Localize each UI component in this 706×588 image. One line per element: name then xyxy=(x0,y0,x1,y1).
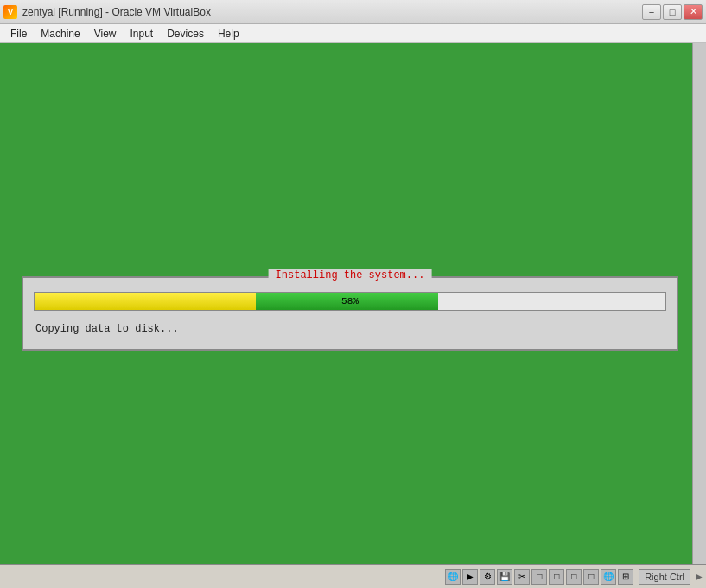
status-icon-4[interactable]: 💾 xyxy=(497,569,512,585)
window-controls: − □ ✕ xyxy=(642,4,703,20)
right-ctrl-label: Right Ctrl xyxy=(639,569,690,585)
status-icon-11[interactable]: ⊞ xyxy=(618,569,633,585)
window-title: zentyal [Running] - Oracle VM VirtualBox xyxy=(22,6,211,18)
status-icon-8[interactable]: □ xyxy=(566,569,582,585)
title-bar: V zentyal [Running] - Oracle VM VirtualB… xyxy=(0,0,706,24)
menu-input[interactable]: Input xyxy=(124,24,161,42)
status-icon-6[interactable]: □ xyxy=(531,569,547,585)
menu-devices[interactable]: Devices xyxy=(160,24,211,42)
menu-machine[interactable]: Machine xyxy=(34,24,86,42)
menu-file[interactable]: File xyxy=(3,24,34,42)
vm-display[interactable]: Installing the system... 58% Copying dat… xyxy=(0,43,706,588)
dialog-title: Installing the system... xyxy=(269,269,432,281)
status-icon-5[interactable]: ✂ xyxy=(514,569,530,585)
status-bar: 🌐 ▶ ⚙ 💾 ✂ □ □ □ □ 🌐 ⊞ Right Ctrl ▶ xyxy=(0,564,706,588)
status-icon-7[interactable]: □ xyxy=(549,569,564,585)
vm-scrollbar[interactable] xyxy=(692,43,706,588)
menu-view[interactable]: View xyxy=(87,24,124,42)
status-icon-2[interactable]: ▶ xyxy=(462,569,478,585)
status-icon-10[interactable]: 🌐 xyxy=(601,569,616,585)
maximize-button[interactable]: □ xyxy=(663,4,682,20)
status-icon-3[interactable]: ⚙ xyxy=(480,569,495,585)
install-dialog: Installing the system... 58% Copying dat… xyxy=(22,276,678,351)
progress-bar-container: 58% xyxy=(34,292,666,311)
menu-help[interactable]: Help xyxy=(211,24,246,42)
progress-label: 58% xyxy=(35,296,665,307)
minimize-button[interactable]: − xyxy=(642,4,661,20)
install-status-text: Copying data to disk... xyxy=(34,319,666,338)
status-icons: 🌐 ▶ ⚙ 💾 ✂ □ □ □ □ 🌐 ⊞ Right Ctrl ▶ xyxy=(445,569,703,585)
status-icon-1[interactable]: 🌐 xyxy=(445,569,461,585)
close-button[interactable]: ✕ xyxy=(684,4,703,20)
status-dots: ▶ xyxy=(696,572,703,581)
menu-bar: File Machine View Input Devices Help xyxy=(0,24,706,43)
status-icon-9[interactable]: □ xyxy=(583,569,599,585)
app-icon: V xyxy=(3,5,17,19)
